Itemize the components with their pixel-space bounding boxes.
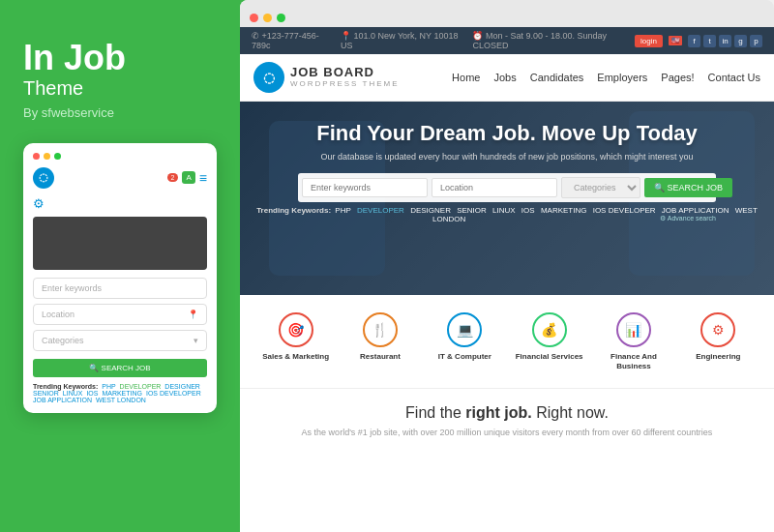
tag-west-london: WEST LONDON	[96, 397, 146, 403]
mockup-hero-image	[33, 217, 207, 270]
browser-close-btn[interactable]	[250, 14, 258, 22]
left-panel: In Job Theme By sfwebservice ◌ 2 A ≡ ⚙ E…	[0, 0, 240, 532]
facebook-icon[interactable]: f	[688, 35, 700, 47]
category-finance-business[interactable]: 📊 Finance And Business	[591, 305, 675, 378]
brand-author: By sfwebservice	[23, 105, 217, 120]
dot-green	[54, 153, 61, 160]
nav-home[interactable]: Home	[452, 72, 480, 83]
gear-icon: ⚙	[33, 196, 207, 211]
brand-title: In Job	[23, 39, 217, 77]
hero-trending-row: Trending Keywords: PHP DEVELOPER DESIGNE…	[240, 206, 774, 223]
engineering-icon: ⚙	[700, 312, 735, 347]
browser-chrome	[240, 0, 774, 27]
category-engineering[interactable]: ⚙ Engineering	[676, 305, 760, 378]
site-nav: Home Jobs Candidates Employers Pages! Co…	[452, 72, 760, 83]
category-restaurant[interactable]: 🍴 Restaurant	[338, 305, 422, 378]
tag-linux[interactable]: LINUX	[492, 206, 516, 215]
mockup-location-input[interactable]: Location 📍	[33, 304, 207, 325]
bottom-section: Find the right job. Right now. As the wo…	[240, 389, 774, 445]
tag-designer: DESIGNER	[164, 383, 200, 390]
tag-ios-developer[interactable]: IOS DEVELOPER	[593, 206, 656, 215]
flag-icon: 🇺🇸	[669, 36, 682, 45]
advance-search-link[interactable]: ⚙ Advance search	[660, 215, 716, 222]
browser-content: ✆ +123-777-456-789c 📍 101.0 New York, NY…	[240, 27, 774, 532]
logo-circle-icon: ◌	[253, 62, 284, 93]
hero-subtitle: Our database is updated every hour with …	[240, 152, 774, 162]
financial-icon: 💰	[532, 312, 567, 347]
restaurant-label: Restaurant	[342, 352, 418, 362]
bottom-title-em: right job.	[465, 404, 531, 421]
right-panel: ✆ +123-777-456-789c 📍 101.0 New York, NY…	[240, 0, 774, 532]
nav-candidates[interactable]: Candidates	[530, 72, 584, 83]
mockup-trending: Trending Keywords: PHP DEVELOPER DESIGNE…	[33, 383, 207, 403]
tag-php[interactable]: PHP	[335, 206, 350, 215]
sales-label: Sales & Marketing	[257, 352, 334, 362]
menu-icon[interactable]: ≡	[199, 170, 207, 186]
topbar-phone: ✆ +123-777-456-789c	[252, 31, 333, 50]
hero-search-bar: Categories 🔍 SEARCH JOB	[298, 173, 716, 202]
badge-red: 2	[167, 173, 179, 182]
trending-label: Trending Keywords:	[33, 383, 98, 390]
topbar-social: f t in g p	[688, 35, 762, 47]
mockup-icons: 2 A ≡	[167, 170, 207, 186]
tag-developer[interactable]: DEVELOPER	[357, 206, 404, 215]
mockup-location-label: Location	[42, 310, 74, 319]
twitter-icon[interactable]: t	[703, 35, 716, 47]
tag-marketing[interactable]: MARKETING	[541, 206, 587, 215]
login-button[interactable]: login	[635, 35, 663, 47]
topbar-left: ✆ +123-777-456-789c 📍 101.0 New York, NY…	[252, 31, 635, 50]
hero-keyword-input[interactable]	[302, 178, 428, 197]
tag-senior: SENIOR	[33, 390, 59, 397]
restaurant-icon: 🍴	[363, 312, 398, 347]
mockup-category-select[interactable]: Categories ▾	[33, 330, 207, 351]
tag-job-application[interactable]: JOB APPLICATION	[662, 206, 729, 215]
mockup-keyword-label: Enter keywords	[42, 283, 102, 293]
mockup-search-button[interactable]: 🔍 SEARCH JOB	[33, 359, 207, 377]
badge-green: A	[182, 171, 194, 184]
pinterest-icon[interactable]: p	[750, 35, 762, 47]
trending-label: Trending Keywords:	[256, 206, 331, 215]
topbar-hours: ⏰ Mon - Sat 9.00 - 18.00. Sunday CLOSED	[472, 31, 635, 50]
nav-pages[interactable]: Pages!	[661, 72, 694, 83]
nav-jobs[interactable]: Jobs	[493, 72, 516, 83]
linkedin-icon[interactable]: in	[719, 35, 731, 47]
hero-location-input[interactable]	[432, 178, 557, 197]
engineering-label: Engineering	[680, 352, 757, 362]
nav-contact[interactable]: Contact Us	[708, 72, 760, 83]
mockup-dots	[33, 153, 207, 160]
chevron-down-icon: ▾	[194, 336, 198, 345]
googleplus-icon[interactable]: g	[734, 35, 747, 47]
hero-title: Find Your Dream Job. Move Up Today	[240, 121, 774, 146]
category-it-computer[interactable]: 💻 IT & Computer	[423, 305, 507, 378]
hero-overlay	[33, 217, 207, 270]
it-label: IT & Computer	[427, 352, 503, 362]
browser-maximize-btn[interactable]	[277, 14, 285, 22]
categories-section: 🎯 Sales & Marketing 🍴 Restaurant 💻 IT & …	[240, 295, 774, 389]
topbar-address: 📍 101.0 New York, NY 10018 US	[341, 31, 464, 50]
sales-icon: 🎯	[279, 312, 313, 347]
it-icon: 💻	[447, 312, 482, 347]
browser-minimize-btn[interactable]	[263, 14, 272, 22]
nav-employers[interactable]: Employers	[597, 72, 647, 83]
tag-ios[interactable]: IOS	[521, 206, 535, 215]
tag-marketing: MARKETING	[102, 390, 142, 397]
category-financial-services[interactable]: 💰 Financial Services	[507, 305, 591, 378]
tag-ios-dev: IOS DEVELOPER	[146, 390, 201, 397]
logo-main-text: JOB BOARD	[290, 66, 400, 79]
hero-search-button[interactable]: 🔍 SEARCH JOB	[644, 178, 732, 197]
tag-php: PHP	[102, 383, 115, 390]
site-topbar: ✆ +123-777-456-789c 📍 101.0 New York, NY…	[240, 27, 774, 54]
hero-section: Find Your Dream Job. Move Up Today Our d…	[240, 102, 774, 295]
tag-designer[interactable]: DESIGNER	[410, 206, 451, 215]
tag-developer: DEVELOPER	[120, 383, 162, 390]
brand-subtitle: Theme	[23, 77, 217, 100]
tag-senior[interactable]: SENIOR	[457, 206, 487, 215]
logo-text: JOB BOARD WORDPRESS THEME	[290, 66, 400, 88]
tag-job-app: JOB APPLICATION	[33, 397, 92, 403]
bottom-subtitle: As the world's #1 job site, with over 20…	[253, 428, 760, 437]
location-pin-icon: 📍	[188, 310, 198, 319]
mockup-keyword-input[interactable]: Enter keywords	[33, 278, 207, 299]
hero-category-select[interactable]: Categories	[561, 177, 640, 198]
category-sales-marketing[interactable]: 🎯 Sales & Marketing	[253, 305, 338, 378]
financial-label: Financial Services	[511, 352, 587, 362]
